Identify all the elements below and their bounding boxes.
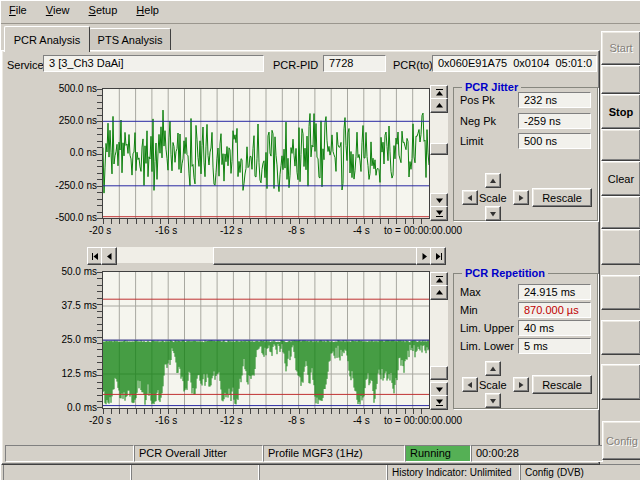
side-button-blank: [601, 364, 640, 400]
menu-setup[interactable]: Setup: [81, 1, 126, 19]
repetition-vscroll-thumb[interactable]: [430, 366, 448, 380]
repetition-ytick-2: 25.0 ms: [39, 334, 97, 345]
jitter-limit-field[interactable]: 500 ns: [518, 133, 591, 149]
jitter-scale-right-button[interactable]: [513, 190, 529, 205]
jitter-scale-left-button[interactable]: [462, 190, 478, 205]
hscroll-end-button[interactable]: [430, 247, 446, 265]
status-empty-cell: [5, 445, 134, 462]
repetition-vscrollbar[interactable]: [430, 272, 448, 408]
status-analysis-cell: PCR Overall Jitter: [134, 445, 263, 462]
pos-pk-label: Pos Pk: [460, 94, 495, 106]
repetition-xtick-0: -20 s: [89, 415, 111, 426]
clear-button-label: Clear: [608, 173, 634, 185]
arrow-down-icon: [489, 210, 497, 218]
service-field[interactable]: 3 [3_Ch3 DaAi]: [43, 55, 264, 72]
statusbar-empty-cell: [3, 464, 131, 480]
jitter-rescale-label: Rescale: [542, 192, 582, 204]
neg-pk-label: Neg Pk: [460, 115, 496, 127]
jitter-plot-frame: [102, 88, 430, 219]
jitter-scale-down-button[interactable]: [485, 206, 501, 221]
repetition-ytick-0: 50.0 ms: [39, 266, 97, 277]
jitter-vscroll-up-button[interactable]: [430, 98, 448, 113]
status-profile-cell: Profile MGF3 (1Hz): [263, 445, 405, 462]
lim-upper-field[interactable]: 40 ms: [518, 320, 591, 336]
arrow-right-icon: [420, 252, 429, 261]
lim-lower-label: Lim. Lower: [460, 340, 514, 352]
pcr-repetition-panel-title: PCR Repetition: [462, 267, 548, 279]
repetition-scale-left-button[interactable]: [462, 377, 478, 392]
repetition-scale-right-button[interactable]: [513, 377, 529, 392]
menu-bar: File View Setup Help: [1, 1, 640, 24]
repetition-scale-down-button[interactable]: [485, 393, 501, 408]
status-state-cell: Running: [405, 445, 471, 462]
lim-lower-field[interactable]: 5 ms: [518, 338, 591, 354]
repetition-x-axis-ticks: [103, 409, 429, 414]
arrow-left-bar-icon: [91, 252, 100, 261]
jitter-xtick-0: -20 s: [89, 225, 111, 236]
arrow-right-icon: [517, 194, 525, 202]
service-label: Service: [7, 59, 44, 71]
repetition-plot-frame: [102, 271, 430, 409]
repetition-xtick-4: -4 s: [353, 415, 370, 426]
pcr-to-field[interactable]: 0x060E91A75 0x0104 05:01:0: [432, 55, 597, 72]
jitter-xtick-1: -16 s: [155, 225, 177, 236]
jitter-ytick-2: 0.0 ns: [39, 147, 97, 158]
repetition-vscroll-bottom-button[interactable]: [430, 395, 448, 410]
side-button-blank: [601, 229, 640, 265]
pcr-pid-field[interactable]: 7728: [323, 55, 386, 72]
repetition-x-end-label: to = 00:00:00.000: [384, 415, 462, 426]
arrow-up-icon: [489, 177, 497, 185]
jitter-ytick-4: -500.0 ns: [39, 212, 97, 223]
tab-pts-analysis[interactable]: PTS Analysis: [89, 28, 171, 51]
jitter-vscroll-bottom-button[interactable]: [430, 206, 448, 221]
menu-file[interactable]: File: [1, 1, 35, 19]
pcr-repetition-panel: PCR Repetition Max 24.915 ms Min 870.000…: [453, 273, 598, 409]
pos-pk-field: 232 ns: [518, 92, 591, 108]
arrow-left-icon: [466, 194, 474, 202]
jitter-rescale-button[interactable]: Rescale: [532, 188, 592, 207]
jitter-ytick-1: 250.0 ns: [39, 115, 97, 126]
repetition-xtick-3: -8 s: [288, 415, 305, 426]
lim-upper-label: Lim. Upper: [460, 322, 514, 334]
arrow-right-bar-icon: [434, 252, 443, 261]
repetition-rescale-button[interactable]: Rescale: [532, 375, 592, 394]
jitter-x-axis-ticks: [103, 219, 429, 224]
tab-pcr-analysis[interactable]: PCR Analysis: [4, 26, 90, 52]
start-button[interactable]: Start: [601, 31, 640, 65]
jitter-ytick-3: -250.0 ns: [39, 180, 97, 191]
side-button-blank: [601, 275, 640, 310]
jitter-chart: [103, 89, 429, 218]
arrow-up-icon: [435, 288, 444, 297]
arrow-up-bar-icon: [435, 88, 444, 97]
arrow-down-bar-icon: [435, 398, 444, 407]
menu-help[interactable]: Help: [128, 1, 167, 19]
pcr-jitter-panel: PCR Jitter Pos Pk 232 ns Neg Pk -259 ns …: [453, 87, 598, 221]
pcr-pid-label: PCR-PID: [273, 59, 318, 71]
jitter-scale-up-button[interactable]: [485, 173, 501, 188]
repetition-xtick-2: -12 s: [220, 415, 242, 426]
arrow-down-icon: [435, 196, 444, 205]
repetition-scale-up-button[interactable]: [485, 361, 501, 376]
arrow-down-bar-icon: [435, 209, 444, 218]
repetition-ytick-4: 0.0 ms: [39, 402, 97, 413]
hscroll-left-button[interactable]: [101, 247, 117, 265]
stop-button[interactable]: Stop: [601, 94, 640, 129]
time-hscrollbar[interactable]: [87, 247, 444, 263]
side-button-blank: [601, 129, 640, 161]
statusbar-empty-cell: [131, 464, 259, 480]
jitter-vscroll-thumb[interactable]: [430, 143, 448, 155]
menu-view[interactable]: View: [38, 1, 78, 19]
tab-pts-analysis-label: PTS Analysis: [98, 34, 163, 46]
jitter-vscrollbar[interactable]: [430, 85, 448, 219]
stop-button-label: Stop: [609, 106, 633, 118]
jitter-limit-label: Limit: [460, 135, 483, 147]
application-window: File View Setup Help PCR Analysis PTS An…: [0, 0, 640, 480]
arrow-down-icon: [489, 397, 497, 405]
hscroll-thumb[interactable]: [213, 247, 418, 265]
config-button[interactable]: Config: [602, 421, 640, 460]
repetition-scale-label: Scale: [479, 379, 507, 391]
clear-button[interactable]: Clear: [601, 161, 640, 196]
neg-pk-field: -259 ns: [518, 113, 591, 129]
arrow-down-icon: [435, 385, 444, 394]
repetition-vscroll-up-button[interactable]: [430, 285, 448, 300]
